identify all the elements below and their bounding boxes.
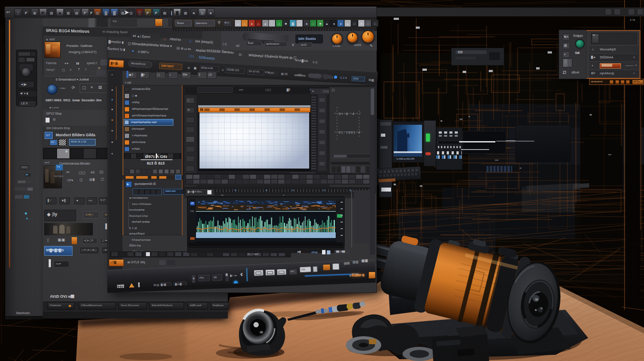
svg-text:6 1 · 1 8 8 1 · 4: 6 1 · 1 8 8 1 · 4: [339, 131, 360, 134]
svg-text:3 + · 8 · · 4 · ·: 3 + · 8 · · 4 · ·: [339, 112, 358, 115]
